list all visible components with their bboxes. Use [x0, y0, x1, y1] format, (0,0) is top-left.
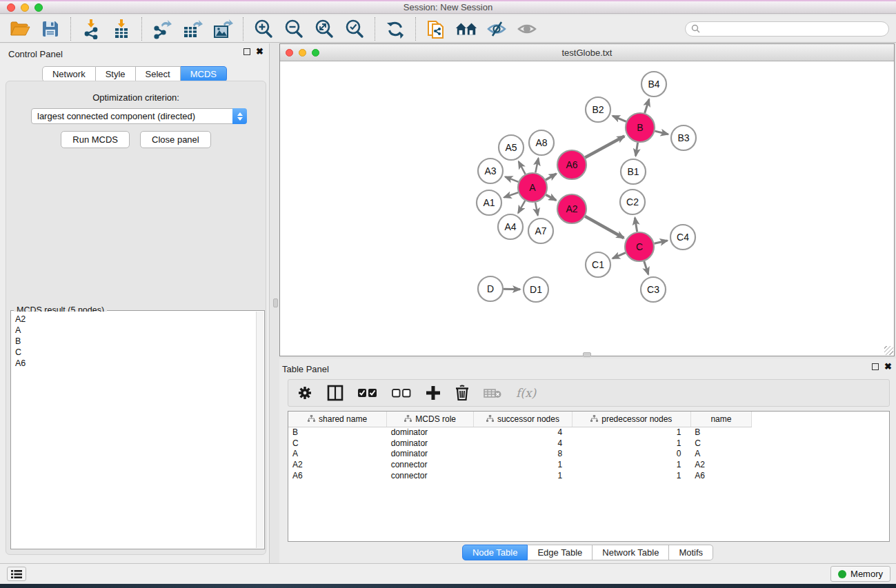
export-image-icon[interactable] — [212, 18, 234, 40]
graph-edge[interactable] — [585, 136, 624, 157]
table-cell[interactable]: 1 — [572, 470, 690, 481]
graph-node[interactable]: A8 — [529, 130, 554, 155]
table-cell[interactable]: B — [690, 427, 751, 438]
table-cell[interactable]: dominator — [387, 449, 474, 460]
graph-edge[interactable] — [535, 203, 538, 216]
graph-node[interactable]: A4 — [498, 214, 523, 239]
column-header-MCDS-role[interactable]: MCDS role — [387, 412, 474, 427]
table-cell[interactable]: A — [288, 449, 387, 460]
graph-node[interactable]: D — [478, 276, 503, 301]
result-item[interactable]: A2 — [15, 314, 256, 325]
optimization-dropdown[interactable]: largest connected component (directed) — [31, 108, 247, 124]
memory-button[interactable]: Memory — [830, 566, 890, 582]
table-cell[interactable]: 1 — [474, 459, 573, 470]
resize-grip[interactable] — [884, 346, 893, 355]
close-table-panel-icon[interactable]: ✖ — [884, 363, 892, 370]
deselect-all-icon[interactable] — [392, 388, 411, 398]
zoom-out-icon[interactable] — [283, 18, 305, 40]
tab-mcds[interactable]: MCDS — [181, 66, 227, 82]
graph-node[interactable]: B3 — [671, 125, 696, 150]
table-cell[interactable]: C — [690, 438, 751, 449]
table-row[interactable]: Cdominator41C — [288, 438, 752, 449]
graph-node[interactable]: A1 — [477, 190, 501, 215]
graph-node[interactable]: C4 — [670, 225, 695, 250]
graph-edge[interactable] — [504, 192, 519, 197]
column-header-name[interactable]: name — [690, 412, 751, 427]
table-cell[interactable]: 1 — [572, 438, 690, 449]
float-table-panel-icon[interactable] — [872, 363, 879, 370]
tab-edge-table[interactable]: Edge Table — [528, 545, 593, 560]
graph-edge[interactable] — [654, 241, 667, 243]
zoom-in-icon[interactable] — [252, 18, 275, 40]
graph-edge[interactable] — [546, 195, 556, 201]
import-table-icon[interactable] — [110, 18, 132, 40]
graph-node[interactable]: B1 — [621, 159, 646, 184]
graph-edge[interactable] — [546, 174, 556, 180]
graph-node[interactable]: A — [518, 173, 547, 202]
graph-node[interactable]: A7 — [528, 219, 553, 243]
close-panel-button[interactable]: Close panel — [140, 131, 211, 148]
close-panel-icon[interactable]: ✖ — [256, 48, 263, 55]
table-cell[interactable]: 0 — [572, 449, 690, 460]
clone-network-icon[interactable] — [425, 18, 447, 40]
graph-node[interactable]: A6 — [557, 150, 586, 179]
table-row[interactable]: Bdominator41B — [288, 427, 752, 438]
graph-edge[interactable] — [505, 176, 518, 182]
graph-node[interactable]: C — [625, 232, 654, 261]
table-cell[interactable]: 4 — [474, 427, 573, 438]
column-layout-icon[interactable] — [327, 385, 344, 401]
result-item[interactable]: A6 — [15, 358, 256, 369]
table-cell[interactable]: dominator — [387, 438, 474, 449]
refresh-icon[interactable] — [384, 18, 406, 40]
export-table-icon[interactable] — [181, 18, 203, 40]
zoom-selected-icon[interactable] — [344, 18, 366, 40]
table-cell[interactable]: A — [690, 449, 751, 460]
table-cell[interactable]: C — [288, 438, 387, 449]
export-network-icon[interactable] — [151, 18, 173, 40]
graph-node[interactable]: B2 — [586, 97, 610, 122]
graph-node[interactable]: C1 — [586, 252, 610, 277]
result-item[interactable]: C — [15, 347, 256, 358]
save-icon[interactable] — [39, 18, 61, 40]
result-item[interactable]: A — [15, 325, 256, 336]
result-scrollbar[interactable] — [256, 312, 263, 548]
graph-edge[interactable] — [613, 116, 626, 121]
zoom-fit-icon[interactable] — [313, 18, 335, 40]
column-header-shared-name[interactable]: shared name — [288, 412, 387, 427]
add-column-icon[interactable] — [426, 385, 441, 401]
graph-edge[interactable] — [535, 159, 538, 173]
graph-edge[interactable] — [645, 99, 649, 113]
gear-icon[interactable] — [297, 385, 312, 401]
run-mcds-button[interactable]: Run MCDS — [61, 131, 130, 148]
show-icon[interactable] — [516, 18, 538, 40]
graph-edge[interactable] — [585, 216, 624, 239]
table-row[interactable]: A6connector11A6 — [288, 470, 752, 481]
table-cell[interactable]: A2 — [288, 459, 387, 470]
table-row[interactable]: A2connector11A2 — [288, 459, 752, 470]
graph-node[interactable]: C2 — [620, 190, 645, 214]
graph-node[interactable]: D1 — [524, 277, 548, 302]
graph-edge[interactable] — [655, 131, 668, 134]
graph-node[interactable]: B4 — [641, 72, 666, 97]
table-cell[interactable]: connector — [387, 470, 474, 481]
table-cell[interactable]: 8 — [474, 449, 573, 460]
table-row[interactable]: Adominator80A — [288, 449, 752, 460]
graph-edge[interactable] — [635, 218, 637, 232]
table-cell[interactable]: A6 — [690, 470, 751, 481]
tab-motifs[interactable]: Motifs — [669, 545, 713, 560]
table-cell[interactable]: 1 — [572, 459, 690, 470]
vertical-scrollbar-thumb[interactable] — [273, 298, 278, 307]
float-panel-icon[interactable] — [243, 48, 250, 55]
tab-network-table[interactable]: Network Table — [593, 545, 669, 560]
graph-node[interactable]: A3 — [478, 159, 503, 183]
table-cell[interactable]: A6 — [288, 470, 387, 481]
graph-edge[interactable] — [644, 261, 648, 274]
graph-edge[interactable] — [636, 143, 638, 156]
table-cell[interactable]: A2 — [690, 459, 751, 470]
tab-select[interactable]: Select — [136, 66, 181, 82]
table-cell[interactable]: connector — [387, 459, 474, 470]
home-icon[interactable] — [455, 18, 477, 40]
open-folder-icon[interactable] — [9, 18, 31, 40]
task-history-button[interactable] — [7, 567, 26, 581]
tab-network[interactable]: Network — [42, 66, 96, 82]
